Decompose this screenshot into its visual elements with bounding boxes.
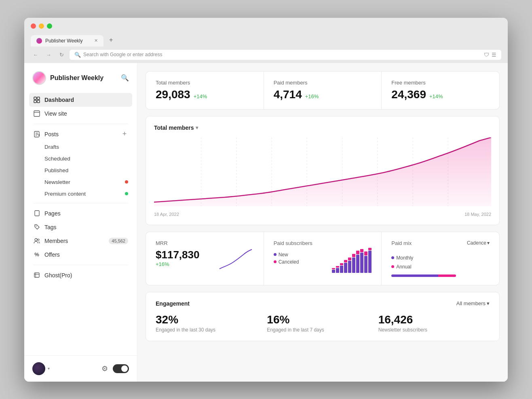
sidebar-item-tags[interactable]: Tags [29, 220, 132, 234]
sidebar-item-pages[interactable]: Pages [29, 207, 132, 220]
paid-members-value: 4,714 +16% [274, 88, 372, 101]
chart-dates: 18 Apr, 2022 18 May, 2022 [154, 212, 491, 217]
tab-close-button[interactable]: ✕ [94, 38, 98, 43]
nav-divider-1 [33, 124, 128, 124]
dashboard-icon [33, 96, 40, 103]
paid-members-label: Paid members [274, 80, 372, 86]
tags-label: Tags [44, 224, 57, 230]
paid-subscribers-card: Paid subscribers New Canceled [264, 232, 382, 285]
svg-rect-0 [34, 97, 36, 99]
all-members-label: All members [456, 300, 486, 306]
add-post-button[interactable]: + [121, 131, 128, 138]
sidebar-item-published[interactable]: Published [29, 165, 132, 176]
close-button[interactable] [31, 23, 36, 29]
free-members-card: Free members 24,369 +14% [382, 72, 499, 109]
address-bar-row: ← → ↻ 🔍 Search with Google or enter addr… [31, 50, 501, 63]
sidebar-header: Publisher Weekly 🔍 [24, 63, 137, 91]
pages-label: Pages [44, 210, 61, 217]
legend-monthly: Monthly [391, 255, 490, 261]
svg-rect-2 [34, 100, 36, 103]
sidebar-item-scheduled[interactable]: Scheduled [29, 153, 132, 165]
engagement-stats: 32% Engaged in the last 30 days 16% Enga… [156, 313, 490, 333]
browser-body: Publisher Weekly 🔍 Dashboard [24, 63, 508, 382]
members-chart-card: Total members ▾ [146, 116, 500, 225]
sidebar-nav: Dashboard View site [24, 91, 137, 284]
tab-bar: Publisher Weekly ✕ + [31, 34, 501, 46]
theme-toggle[interactable] [113, 364, 129, 373]
legend-new-dot [274, 253, 277, 256]
engagement-30-days: 32% Engaged in the last 30 days [156, 313, 267, 333]
bar-col-8 [360, 249, 363, 273]
mrr-value: $117,830 [156, 249, 199, 261]
legend-canceled: Canceled [274, 259, 299, 265]
offers-label: Offers [44, 251, 60, 258]
legend-monthly-label: Monthly [396, 255, 413, 261]
ghost-pro-icon [33, 272, 40, 279]
user-menu-button[interactable]: ▾ [32, 362, 50, 375]
minimize-button[interactable] [39, 23, 44, 29]
maximize-button[interactable] [47, 23, 52, 29]
drafts-label: Drafts [44, 144, 59, 150]
tab-title: Publisher Weekly [45, 38, 82, 44]
browser-window: Publisher Weekly ✕ + ← → ↻ 🔍 Search with… [24, 18, 508, 382]
sidebar-item-offers[interactable]: % Offers [29, 248, 132, 262]
newsletter-sub-label: Newsletter subscribers [378, 327, 480, 333]
mrr-label: MRR [156, 240, 254, 246]
bar-col-3 [340, 263, 343, 273]
paid-subscribers-bar-chart [332, 249, 372, 273]
engagement-7-value: 16% [267, 313, 368, 326]
address-bar[interactable]: 🔍 Search with Google or enter address 🛡 … [70, 50, 501, 60]
total-members-value: 29,083 +14% [156, 88, 254, 101]
mrr-card: MRR $117,830 +16% [146, 232, 264, 285]
bar-col-10 [368, 248, 372, 273]
sidebar-item-view-site[interactable]: View site [29, 107, 132, 120]
active-tab[interactable]: Publisher Weekly ✕ [31, 35, 103, 46]
premium-status-dot [125, 192, 128, 195]
search-icon[interactable]: 🔍 [121, 74, 129, 82]
sidebar-item-members[interactable]: Members 45,562 [29, 234, 132, 248]
all-members-dropdown[interactable]: All members ▾ [456, 300, 490, 306]
premium-label: Premium content [44, 191, 86, 197]
view-site-icon [33, 110, 40, 117]
paid-mix-label: Paid mix [391, 240, 412, 246]
sidebar-item-premium[interactable]: Premium content [29, 188, 132, 200]
chart-dropdown-icon: ▾ [196, 125, 198, 131]
sidebar-item-drafts[interactable]: Drafts [29, 141, 132, 153]
scheduled-label: Scheduled [44, 156, 70, 162]
view-site-label: View site [44, 110, 67, 117]
metrics-row: MRR $117,830 +16% [146, 232, 500, 285]
members-label: Members [44, 238, 68, 244]
cadence-dropdown[interactable]: Cadence ▾ [467, 240, 490, 246]
svg-point-13 [38, 239, 39, 241]
mix-bar-monthly-segment [391, 274, 438, 277]
members-icon [33, 237, 40, 245]
svg-rect-1 [37, 97, 40, 99]
chart-title[interactable]: Total members ▾ [154, 125, 491, 131]
sidebar-item-ghost-pro[interactable]: Ghost(Pro) [29, 268, 132, 282]
sidebar-item-posts[interactable]: Posts + [29, 127, 132, 141]
settings-icon[interactable]: ⚙ [101, 364, 108, 373]
brand-logo [32, 71, 46, 85]
sidebar-item-dashboard[interactable]: Dashboard [29, 93, 132, 107]
reload-button[interactable]: ↻ [57, 50, 66, 59]
bar-col-4 [344, 260, 347, 273]
chart-date-start: 18 Apr, 2022 [154, 212, 179, 217]
new-tab-button[interactable]: + [105, 34, 117, 46]
back-button[interactable]: ← [31, 50, 40, 59]
paid-subscribers-content: New Canceled [274, 249, 372, 273]
bar-col-9 [364, 251, 367, 273]
chevron-down-icon: ▾ [48, 366, 50, 371]
sidebar-item-newsletter[interactable]: Newsletter [29, 176, 132, 188]
newsletter-subscribers: 16,426 Newsletter subscribers [378, 313, 490, 333]
brand-name: Publisher Weekly [50, 74, 103, 82]
dashboard-label: Dashboard [44, 97, 74, 103]
paid-mix-bar [391, 274, 456, 277]
address-bar-icons: 🛡 ☰ [484, 52, 496, 58]
bar-col-7 [356, 251, 359, 273]
forward-button[interactable]: → [44, 50, 53, 59]
free-members-value: 24,369 +14% [391, 88, 490, 101]
engagement-7-label: Engaged in the last 7 days [267, 327, 368, 333]
paid-mix-content: Monthly Annual [391, 255, 490, 277]
bar-col-5 [348, 258, 351, 273]
published-label: Published [44, 167, 68, 173]
